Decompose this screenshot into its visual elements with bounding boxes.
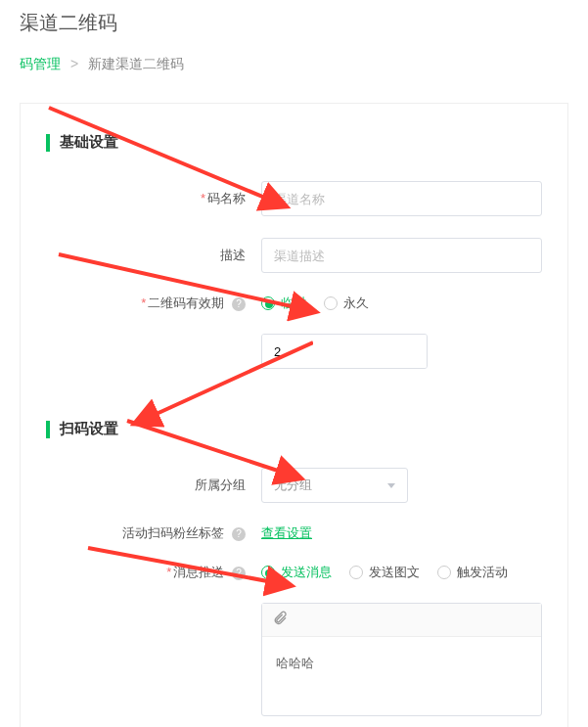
input-validity-days[interactable]	[262, 335, 428, 368]
attachment-icon[interactable]	[272, 611, 288, 630]
section-scan-label: 扫码设置	[60, 420, 118, 438]
input-code-name[interactable]	[261, 181, 542, 216]
form-card: 基础设置 *码名称 描述 *二维码有效期 ? 临时 永久	[20, 103, 568, 727]
editor-toolbar	[262, 604, 541, 637]
select-group-value: 无分组	[274, 477, 312, 494]
label-group: 所属分组	[46, 477, 261, 494]
section-bar-icon	[46, 421, 50, 438]
section-scan-title: 扫码设置	[46, 420, 542, 438]
help-icon[interactable]: ?	[232, 567, 246, 580]
section-bar-icon	[46, 134, 50, 152]
help-icon[interactable]: ?	[232, 527, 246, 541]
label-validity: *二维码有效期 ?	[46, 295, 261, 312]
section-basic-label: 基础设置	[60, 133, 118, 152]
link-view-tags[interactable]: 查看设置	[261, 524, 312, 542]
help-icon[interactable]: ?	[232, 297, 246, 311]
row-code-name: *码名称	[46, 181, 542, 216]
radio-push-msg[interactable]: 发送消息	[261, 564, 332, 581]
chevron-down-icon	[387, 483, 395, 488]
row-validity-value: 天	[46, 334, 542, 369]
select-group[interactable]: 无分组	[261, 468, 408, 503]
label-code-name: *码名称	[46, 190, 261, 207]
radio-validity-perm[interactable]: 永久	[324, 295, 369, 312]
row-push: *消息推送 ? 发送消息 发送图文 触发活动	[46, 564, 542, 581]
label-push: *消息推送 ?	[46, 564, 261, 581]
row-group: 所属分组 无分组	[46, 468, 542, 503]
input-desc[interactable]	[261, 238, 542, 273]
section-basic-title: 基础设置	[46, 133, 542, 152]
message-editor: 哈哈哈	[261, 603, 542, 716]
row-desc: 描述	[46, 238, 542, 273]
breadcrumb-link[interactable]: 码管理	[20, 56, 61, 71]
breadcrumb: 码管理 > 新建渠道二维码	[0, 50, 588, 93]
label-desc: 描述	[46, 247, 261, 264]
breadcrumb-sep: >	[70, 56, 78, 71]
radio-push-img[interactable]: 发送图文	[349, 564, 420, 581]
editor-body[interactable]: 哈哈哈	[262, 637, 541, 715]
radio-push-act[interactable]: 触发活动	[437, 564, 508, 581]
row-push-editor: 哈哈哈	[46, 603, 542, 716]
label-tags: 活动扫码粉丝标签 ?	[46, 524, 261, 542]
page-title: 渠道二维码	[0, 0, 588, 50]
row-tags: 活动扫码粉丝标签 ? 查看设置	[46, 524, 542, 542]
row-validity: *二维码有效期 ? 临时 永久	[46, 295, 542, 312]
radio-validity-temp[interactable]: 临时	[261, 295, 306, 312]
breadcrumb-current: 新建渠道二维码	[88, 56, 184, 71]
validity-number-group: 天	[261, 334, 428, 369]
